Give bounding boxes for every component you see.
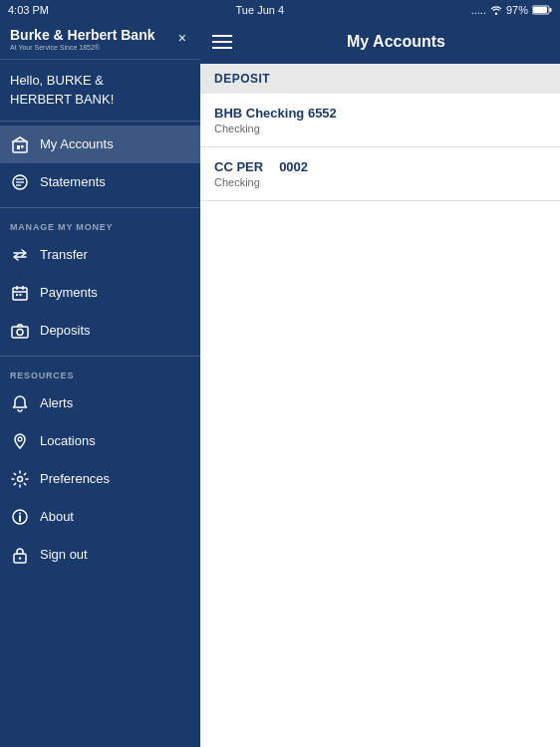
svg-point-24: [19, 557, 21, 559]
sidebar-item-label: About: [40, 509, 74, 524]
lock-icon: [10, 545, 30, 565]
svg-point-17: [17, 329, 23, 335]
sidebar-item-deposits[interactable]: Deposits: [0, 312, 200, 350]
deposit-section-header: DEPOSIT: [200, 64, 560, 94]
svg-point-22: [19, 512, 21, 514]
sidebar-item-label: Transfer: [40, 247, 88, 262]
sidebar-item-label: Preferences: [40, 471, 110, 486]
resources-section: RESOURCES Alerts Locations: [0, 359, 200, 578]
svg-rect-16: [12, 327, 28, 338]
camera-icon: [10, 321, 30, 341]
pin-icon: [10, 431, 30, 451]
divider: [0, 207, 200, 208]
info-icon: [10, 507, 30, 527]
sidebar-item-payments[interactable]: Payments: [0, 274, 200, 312]
gear-icon: [10, 469, 30, 489]
sidebar-item-locations[interactable]: Locations: [0, 422, 200, 460]
svg-rect-2: [533, 7, 547, 13]
status-time: 4:03 PM: [8, 4, 49, 16]
page-title: My Accounts: [244, 33, 548, 51]
account-type-2: Checking: [214, 176, 546, 188]
signal-icon: .....: [471, 4, 486, 16]
svg-rect-1: [549, 8, 551, 12]
svg-rect-15: [20, 294, 22, 296]
primary-nav: My Accounts Statements: [0, 122, 200, 205]
resources-label: RESOURCES: [0, 363, 200, 384]
svg-point-18: [18, 437, 22, 441]
sidebar-item-alerts[interactable]: Alerts: [0, 384, 200, 422]
main-content: My Accounts DEPOSIT BHB Checking 6552 Ch…: [200, 20, 560, 747]
sidebar-item-label: Statements: [40, 174, 106, 189]
bank-name: Burke & Herbert Bank: [10, 28, 155, 43]
app-container: Burke & Herbert Bank At Your Service Sin…: [0, 20, 560, 747]
manage-money-label: MANAGE MY MONEY: [0, 214, 200, 236]
divider2: [0, 356, 200, 357]
sidebar-item-label: My Accounts: [40, 136, 114, 151]
close-button[interactable]: ×: [174, 28, 190, 48]
statements-icon: [10, 172, 30, 192]
transfer-icon: [10, 245, 30, 265]
manage-money-section: MANAGE MY MONEY Transfer: [0, 210, 200, 354]
account-name-1: BHB Checking 6552: [214, 106, 546, 121]
account-item-2[interactable]: CC PER 0002 Checking: [200, 147, 560, 201]
sidebar-item-label: Deposits: [40, 323, 91, 338]
sidebar-item-label: Alerts: [40, 395, 73, 410]
sidebar: Burke & Herbert Bank At Your Service Sin…: [0, 20, 200, 747]
calendar-icon: [10, 283, 30, 303]
svg-point-19: [18, 476, 23, 481]
bank-tagline: At Your Service Since 1852®: [10, 44, 155, 51]
greeting: Hello, BURKE &HERBERT BANK!: [0, 60, 200, 121]
account-name-col1: CC PER: [214, 159, 263, 174]
svg-rect-14: [16, 294, 18, 296]
battery-icon: [532, 5, 552, 15]
status-date: Tue Jun 4: [236, 4, 285, 16]
status-bar: 4:03 PM Tue Jun 4 ..... 97%: [0, 0, 560, 20]
sidebar-item-preferences[interactable]: Preferences: [0, 460, 200, 498]
svg-rect-4: [17, 145, 20, 149]
bank-logo: Burke & Herbert Bank At Your Service Sin…: [10, 28, 155, 51]
account-type-1: Checking: [214, 123, 546, 134]
wifi-icon: [490, 5, 502, 15]
sidebar-header: Burke & Herbert Bank At Your Service Sin…: [0, 20, 200, 60]
sidebar-item-signout[interactable]: Sign out: [0, 536, 200, 574]
sidebar-item-about[interactable]: About: [0, 498, 200, 536]
sidebar-item-label: Sign out: [40, 547, 88, 562]
svg-rect-5: [21, 145, 24, 148]
battery-level: 97%: [506, 4, 528, 16]
bell-icon: [10, 393, 30, 413]
status-right: ..... 97%: [471, 4, 552, 16]
sidebar-item-statements[interactable]: Statements: [0, 163, 200, 201]
hamburger-button[interactable]: [212, 35, 232, 49]
sidebar-item-transfer[interactable]: Transfer: [0, 236, 200, 274]
sidebar-item-label: Locations: [40, 433, 96, 448]
content-area: DEPOSIT BHB Checking 6552 Checking CC PE…: [200, 64, 560, 747]
account-item-1[interactable]: BHB Checking 6552 Checking: [200, 94, 560, 147]
account-name-row: CC PER 0002: [214, 159, 546, 176]
sidebar-item-my-accounts[interactable]: My Accounts: [0, 125, 200, 163]
building-icon: [10, 134, 30, 154]
main-header: My Accounts: [200, 20, 560, 64]
account-name-col2: 0002: [279, 159, 308, 174]
sidebar-item-label: Payments: [40, 285, 98, 300]
